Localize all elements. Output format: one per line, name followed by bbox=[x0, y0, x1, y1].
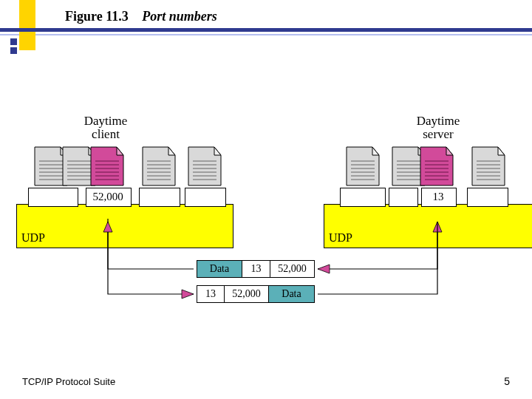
packet-cell-destport: 13 bbox=[197, 285, 225, 303]
figure-number: Figure 11.3 bbox=[65, 9, 129, 24]
client-label-line1: Daytime bbox=[84, 114, 128, 128]
diagram: Daytime client Daytime server bbox=[0, 0, 532, 399]
packet-cell-destport: 13 bbox=[242, 260, 270, 278]
document-icon bbox=[140, 145, 177, 188]
document-icon bbox=[186, 145, 223, 188]
deco-horiz-thin bbox=[0, 34, 532, 35]
document-icon-active bbox=[418, 145, 455, 188]
server-label-line2: server bbox=[423, 127, 454, 141]
udp-box-client: UDP bbox=[16, 204, 233, 248]
figure-caption: Port numbers bbox=[142, 9, 217, 24]
document-icon-active bbox=[89, 145, 126, 188]
port-slot bbox=[467, 188, 508, 207]
port-slot bbox=[28, 188, 78, 207]
slide-title: Figure 11.3 Port numbers bbox=[65, 9, 217, 24]
port-slot bbox=[185, 188, 226, 207]
deco-horiz-thick bbox=[0, 28, 532, 32]
udp-label-client: UDP bbox=[21, 231, 45, 245]
page-number: 5 bbox=[504, 375, 510, 387]
deco-tiny-square bbox=[10, 47, 17, 54]
packet-cell-data: Data bbox=[269, 285, 315, 303]
document-icon bbox=[470, 145, 507, 188]
client-port-value: 52,000 bbox=[87, 191, 129, 203]
packet-cell-data: Data bbox=[197, 260, 242, 278]
port-slot bbox=[340, 188, 386, 207]
footer-text: TCP/IP Protocol Suite bbox=[22, 376, 115, 387]
client-label-line2: client bbox=[92, 127, 120, 141]
server-label-line1: Daytime bbox=[417, 114, 460, 128]
deco-tiny-square bbox=[10, 38, 17, 45]
packet-cell-srcport: 52,000 bbox=[225, 285, 269, 303]
port-slot bbox=[139, 188, 180, 207]
packet-cell-srcport: 52,000 bbox=[270, 260, 315, 278]
udp-box-server: UDP bbox=[324, 204, 532, 248]
port-slot bbox=[389, 188, 418, 207]
packet-reply: 13 52,000 Data bbox=[197, 285, 315, 303]
packet-request: Data 13 52,000 bbox=[197, 260, 315, 278]
slide: Figure 11.3 Port numbers Daytime client … bbox=[0, 0, 532, 399]
udp-label-server: UDP bbox=[329, 231, 352, 245]
client-label: Daytime client bbox=[72, 115, 139, 141]
server-label: Daytime server bbox=[405, 115, 471, 141]
deco-vertical-bar bbox=[19, 0, 35, 50]
server-port-value: 13 bbox=[423, 191, 454, 203]
document-icon bbox=[344, 145, 381, 188]
